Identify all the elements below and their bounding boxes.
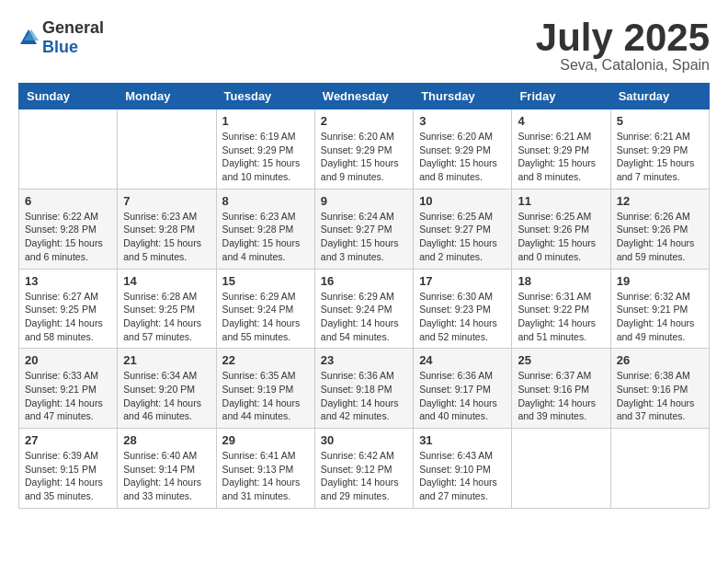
day-info: Sunrise: 6:29 AM Sunset: 9:24 PM Dayligh… <box>222 290 309 344</box>
day-number: 27 <box>25 433 111 447</box>
calendar-cell: 3Sunrise: 6:20 AM Sunset: 9:29 PM Daylig… <box>414 109 512 190</box>
calendar-cell: 5Sunrise: 6:21 AM Sunset: 9:29 PM Daylig… <box>610 109 709 190</box>
calendar-week-2: 6Sunrise: 6:22 AM Sunset: 9:28 PM Daylig… <box>19 189 710 269</box>
calendar-cell: 9Sunrise: 6:24 AM Sunset: 9:27 PM Daylig… <box>314 189 413 269</box>
day-number: 23 <box>321 353 407 367</box>
day-number: 5 <box>617 114 703 128</box>
calendar-cell: 16Sunrise: 6:29 AM Sunset: 9:24 PM Dayli… <box>314 269 413 349</box>
weekday-header-wednesday: Wednesday <box>314 84 413 109</box>
calendar-cell: 10Sunrise: 6:25 AM Sunset: 9:27 PM Dayli… <box>414 189 512 269</box>
day-info: Sunrise: 6:25 AM Sunset: 9:26 PM Dayligh… <box>518 210 604 264</box>
calendar-week-4: 20Sunrise: 6:33 AM Sunset: 9:21 PM Dayli… <box>19 349 710 429</box>
day-number: 21 <box>123 353 210 367</box>
day-info: Sunrise: 6:36 AM Sunset: 9:18 PM Dayligh… <box>321 369 407 423</box>
calendar-cell: 23Sunrise: 6:36 AM Sunset: 9:18 PM Dayli… <box>314 349 413 429</box>
day-info: Sunrise: 6:24 AM Sunset: 9:27 PM Dayligh… <box>321 210 407 264</box>
day-number: 17 <box>419 274 506 288</box>
calendar-cell: 6Sunrise: 6:22 AM Sunset: 9:28 PM Daylig… <box>19 189 118 269</box>
calendar-week-3: 13Sunrise: 6:27 AM Sunset: 9:25 PM Dayli… <box>19 269 710 349</box>
day-info: Sunrise: 6:22 AM Sunset: 9:28 PM Dayligh… <box>25 210 111 264</box>
day-info: Sunrise: 6:28 AM Sunset: 9:25 PM Dayligh… <box>123 290 210 344</box>
day-number: 2 <box>321 114 407 128</box>
calendar-cell: 15Sunrise: 6:29 AM Sunset: 9:24 PM Dayli… <box>216 269 314 349</box>
day-number: 31 <box>419 433 506 447</box>
day-info: Sunrise: 6:40 AM Sunset: 9:14 PM Dayligh… <box>123 449 210 503</box>
location-title: Seva, Catalonia, Spain <box>536 57 710 74</box>
day-info: Sunrise: 6:30 AM Sunset: 9:23 PM Dayligh… <box>419 290 506 344</box>
weekday-header-sunday: Sunday <box>19 84 118 109</box>
calendar-cell: 18Sunrise: 6:31 AM Sunset: 9:22 PM Dayli… <box>512 269 610 349</box>
logo: General Blue <box>18 18 104 57</box>
day-info: Sunrise: 6:34 AM Sunset: 9:20 PM Dayligh… <box>123 369 210 423</box>
calendar-cell: 29Sunrise: 6:41 AM Sunset: 9:13 PM Dayli… <box>216 429 314 509</box>
calendar: SundayMondayTuesdayWednesdayThursdayFrid… <box>18 83 710 509</box>
day-number: 7 <box>123 194 210 208</box>
day-info: Sunrise: 6:33 AM Sunset: 9:21 PM Dayligh… <box>25 369 111 423</box>
day-number: 10 <box>419 194 506 208</box>
day-number: 14 <box>123 274 210 288</box>
calendar-cell: 14Sunrise: 6:28 AM Sunset: 9:25 PM Dayli… <box>118 269 216 349</box>
day-number: 19 <box>617 274 703 288</box>
day-number: 25 <box>518 353 604 367</box>
calendar-cell: 2Sunrise: 6:20 AM Sunset: 9:29 PM Daylig… <box>314 109 413 190</box>
calendar-cell: 4Sunrise: 6:21 AM Sunset: 9:29 PM Daylig… <box>512 109 610 190</box>
calendar-cell: 21Sunrise: 6:34 AM Sunset: 9:20 PM Dayli… <box>118 349 216 429</box>
calendar-week-1: 1Sunrise: 6:19 AM Sunset: 9:29 PM Daylig… <box>19 109 710 190</box>
header: General Blue July 2025 Seva, Catalonia, … <box>18 18 710 74</box>
weekday-header-saturday: Saturday <box>610 84 709 109</box>
day-number: 3 <box>419 114 506 128</box>
calendar-cell: 13Sunrise: 6:27 AM Sunset: 9:25 PM Dayli… <box>19 269 118 349</box>
calendar-cell: 19Sunrise: 6:32 AM Sunset: 9:21 PM Dayli… <box>610 269 709 349</box>
calendar-cell: 26Sunrise: 6:38 AM Sunset: 9:16 PM Dayli… <box>610 349 709 429</box>
calendar-cell <box>118 109 216 190</box>
day-info: Sunrise: 6:21 AM Sunset: 9:29 PM Dayligh… <box>617 130 703 184</box>
calendar-cell: 22Sunrise: 6:35 AM Sunset: 9:19 PM Dayli… <box>216 349 314 429</box>
day-number: 29 <box>222 433 309 447</box>
day-number: 26 <box>617 353 703 367</box>
calendar-cell: 20Sunrise: 6:33 AM Sunset: 9:21 PM Dayli… <box>19 349 118 429</box>
day-info: Sunrise: 6:36 AM Sunset: 9:17 PM Dayligh… <box>419 369 506 423</box>
day-number: 30 <box>321 433 407 447</box>
day-number: 8 <box>222 194 309 208</box>
day-number: 24 <box>419 353 506 367</box>
day-info: Sunrise: 6:32 AM Sunset: 9:21 PM Dayligh… <box>617 290 703 344</box>
day-info: Sunrise: 6:26 AM Sunset: 9:26 PM Dayligh… <box>617 210 703 264</box>
calendar-cell: 11Sunrise: 6:25 AM Sunset: 9:26 PM Dayli… <box>512 189 610 269</box>
day-info: Sunrise: 6:19 AM Sunset: 9:29 PM Dayligh… <box>222 130 309 184</box>
calendar-cell: 27Sunrise: 6:39 AM Sunset: 9:15 PM Dayli… <box>19 429 118 509</box>
day-info: Sunrise: 6:35 AM Sunset: 9:19 PM Dayligh… <box>222 369 309 423</box>
calendar-cell: 31Sunrise: 6:43 AM Sunset: 9:10 PM Dayli… <box>414 429 512 509</box>
day-info: Sunrise: 6:39 AM Sunset: 9:15 PM Dayligh… <box>25 449 111 503</box>
day-info: Sunrise: 6:20 AM Sunset: 9:29 PM Dayligh… <box>321 130 407 184</box>
calendar-cell: 24Sunrise: 6:36 AM Sunset: 9:17 PM Dayli… <box>414 349 512 429</box>
day-number: 1 <box>222 114 309 128</box>
calendar-cell: 7Sunrise: 6:23 AM Sunset: 9:28 PM Daylig… <box>118 189 216 269</box>
month-title: July 2025 <box>536 18 710 57</box>
day-number: 22 <box>222 353 309 367</box>
day-number: 6 <box>25 194 111 208</box>
day-info: Sunrise: 6:31 AM Sunset: 9:22 PM Dayligh… <box>518 290 604 344</box>
day-number: 11 <box>518 194 604 208</box>
calendar-cell: 8Sunrise: 6:23 AM Sunset: 9:28 PM Daylig… <box>216 189 314 269</box>
day-info: Sunrise: 6:37 AM Sunset: 9:16 PM Dayligh… <box>518 369 604 423</box>
calendar-cell: 1Sunrise: 6:19 AM Sunset: 9:29 PM Daylig… <box>216 109 314 190</box>
logo-general-text: General <box>42 18 104 37</box>
day-number: 15 <box>222 274 309 288</box>
day-info: Sunrise: 6:41 AM Sunset: 9:13 PM Dayligh… <box>222 449 309 503</box>
logo-blue-text: Blue <box>42 38 78 56</box>
weekday-header-row: SundayMondayTuesdayWednesdayThursdayFrid… <box>19 84 710 109</box>
day-info: Sunrise: 6:43 AM Sunset: 9:10 PM Dayligh… <box>419 449 506 503</box>
day-info: Sunrise: 6:20 AM Sunset: 9:29 PM Dayligh… <box>419 130 506 184</box>
day-info: Sunrise: 6:42 AM Sunset: 9:12 PM Dayligh… <box>321 449 407 503</box>
day-info: Sunrise: 6:21 AM Sunset: 9:29 PM Dayligh… <box>518 130 604 184</box>
day-number: 20 <box>25 353 111 367</box>
calendar-cell: 30Sunrise: 6:42 AM Sunset: 9:12 PM Dayli… <box>314 429 413 509</box>
calendar-cell: 12Sunrise: 6:26 AM Sunset: 9:26 PM Dayli… <box>610 189 709 269</box>
logo-icon <box>18 28 39 48</box>
title-area: July 2025 Seva, Catalonia, Spain <box>536 18 710 74</box>
calendar-body: 1Sunrise: 6:19 AM Sunset: 9:29 PM Daylig… <box>19 109 710 509</box>
day-number: 9 <box>321 194 407 208</box>
calendar-week-5: 27Sunrise: 6:39 AM Sunset: 9:15 PM Dayli… <box>19 429 710 509</box>
day-info: Sunrise: 6:27 AM Sunset: 9:25 PM Dayligh… <box>25 290 111 344</box>
day-number: 16 <box>321 274 407 288</box>
